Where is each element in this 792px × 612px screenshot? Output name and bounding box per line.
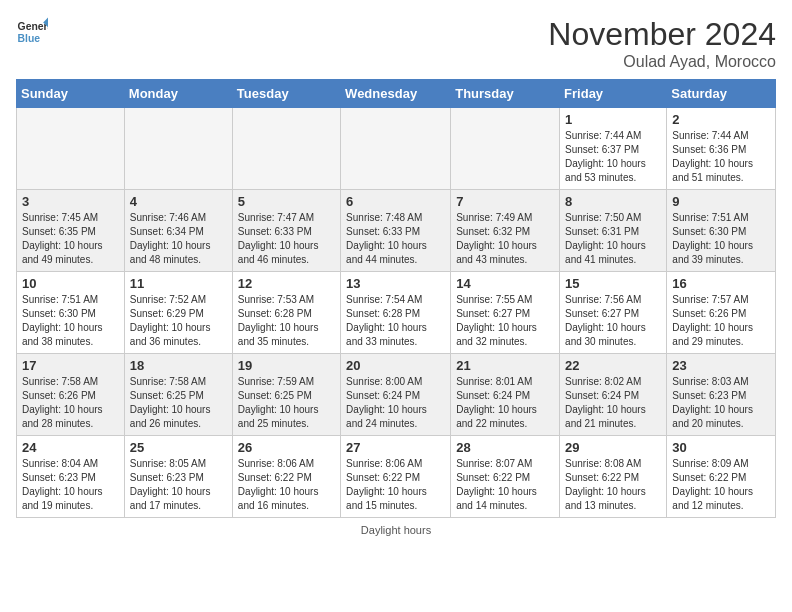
day-info: Sunrise: 8:04 AM Sunset: 6:23 PM Dayligh… <box>22 457 119 513</box>
calendar-cell <box>232 108 340 190</box>
calendar-cell <box>451 108 560 190</box>
day-info: Sunrise: 8:06 AM Sunset: 6:22 PM Dayligh… <box>238 457 335 513</box>
day-info: Sunrise: 8:01 AM Sunset: 6:24 PM Dayligh… <box>456 375 554 431</box>
day-info: Sunrise: 8:07 AM Sunset: 6:22 PM Dayligh… <box>456 457 554 513</box>
day-info: Sunrise: 7:53 AM Sunset: 6:28 PM Dayligh… <box>238 293 335 349</box>
calendar-cell: 24Sunrise: 8:04 AM Sunset: 6:23 PM Dayli… <box>17 436 125 518</box>
calendar-cell: 13Sunrise: 7:54 AM Sunset: 6:28 PM Dayli… <box>341 272 451 354</box>
calendar-cell: 12Sunrise: 7:53 AM Sunset: 6:28 PM Dayli… <box>232 272 340 354</box>
day-info: Sunrise: 8:05 AM Sunset: 6:23 PM Dayligh… <box>130 457 227 513</box>
logo-icon: General Blue <box>16 16 48 48</box>
weekday-header-row: SundayMondayTuesdayWednesdayThursdayFrid… <box>17 80 776 108</box>
calendar-cell <box>17 108 125 190</box>
location-title: Oulad Ayad, Morocco <box>548 53 776 71</box>
day-info: Sunrise: 7:54 AM Sunset: 6:28 PM Dayligh… <box>346 293 445 349</box>
day-number: 4 <box>130 194 227 209</box>
calendar-table: SundayMondayTuesdayWednesdayThursdayFrid… <box>16 79 776 518</box>
day-info: Sunrise: 7:51 AM Sunset: 6:30 PM Dayligh… <box>672 211 770 267</box>
calendar-cell: 9Sunrise: 7:51 AM Sunset: 6:30 PM Daylig… <box>667 190 776 272</box>
day-number: 20 <box>346 358 445 373</box>
day-number: 14 <box>456 276 554 291</box>
title-block: November 2024 Oulad Ayad, Morocco <box>548 16 776 71</box>
calendar-cell <box>124 108 232 190</box>
day-number: 23 <box>672 358 770 373</box>
calendar-cell <box>341 108 451 190</box>
day-number: 13 <box>346 276 445 291</box>
day-number: 15 <box>565 276 661 291</box>
calendar-cell: 10Sunrise: 7:51 AM Sunset: 6:30 PM Dayli… <box>17 272 125 354</box>
calendar-cell: 26Sunrise: 8:06 AM Sunset: 6:22 PM Dayli… <box>232 436 340 518</box>
weekday-header-friday: Friday <box>560 80 667 108</box>
day-number: 11 <box>130 276 227 291</box>
weekday-header-sunday: Sunday <box>17 80 125 108</box>
day-number: 3 <box>22 194 119 209</box>
footer-note: Daylight hours <box>16 524 776 536</box>
day-info: Sunrise: 8:09 AM Sunset: 6:22 PM Dayligh… <box>672 457 770 513</box>
calendar-cell: 30Sunrise: 8:09 AM Sunset: 6:22 PM Dayli… <box>667 436 776 518</box>
day-number: 8 <box>565 194 661 209</box>
calendar-cell: 11Sunrise: 7:52 AM Sunset: 6:29 PM Dayli… <box>124 272 232 354</box>
calendar-cell: 8Sunrise: 7:50 AM Sunset: 6:31 PM Daylig… <box>560 190 667 272</box>
calendar-cell: 22Sunrise: 8:02 AM Sunset: 6:24 PM Dayli… <box>560 354 667 436</box>
day-number: 6 <box>346 194 445 209</box>
day-number: 16 <box>672 276 770 291</box>
day-number: 24 <box>22 440 119 455</box>
day-info: Sunrise: 8:03 AM Sunset: 6:23 PM Dayligh… <box>672 375 770 431</box>
svg-text:General: General <box>18 21 48 32</box>
day-info: Sunrise: 7:52 AM Sunset: 6:29 PM Dayligh… <box>130 293 227 349</box>
day-info: Sunrise: 7:45 AM Sunset: 6:35 PM Dayligh… <box>22 211 119 267</box>
day-info: Sunrise: 7:58 AM Sunset: 6:26 PM Dayligh… <box>22 375 119 431</box>
day-info: Sunrise: 7:44 AM Sunset: 6:36 PM Dayligh… <box>672 129 770 185</box>
weekday-header-tuesday: Tuesday <box>232 80 340 108</box>
day-number: 2 <box>672 112 770 127</box>
day-info: Sunrise: 7:47 AM Sunset: 6:33 PM Dayligh… <box>238 211 335 267</box>
calendar-cell: 1Sunrise: 7:44 AM Sunset: 6:37 PM Daylig… <box>560 108 667 190</box>
month-title: November 2024 <box>548 16 776 53</box>
day-info: Sunrise: 8:08 AM Sunset: 6:22 PM Dayligh… <box>565 457 661 513</box>
day-info: Sunrise: 7:44 AM Sunset: 6:37 PM Dayligh… <box>565 129 661 185</box>
calendar-cell: 3Sunrise: 7:45 AM Sunset: 6:35 PM Daylig… <box>17 190 125 272</box>
week-row-5: 24Sunrise: 8:04 AM Sunset: 6:23 PM Dayli… <box>17 436 776 518</box>
week-row-4: 17Sunrise: 7:58 AM Sunset: 6:26 PM Dayli… <box>17 354 776 436</box>
day-number: 19 <box>238 358 335 373</box>
day-number: 22 <box>565 358 661 373</box>
day-info: Sunrise: 8:06 AM Sunset: 6:22 PM Dayligh… <box>346 457 445 513</box>
day-info: Sunrise: 7:48 AM Sunset: 6:33 PM Dayligh… <box>346 211 445 267</box>
day-number: 17 <box>22 358 119 373</box>
weekday-header-thursday: Thursday <box>451 80 560 108</box>
day-info: Sunrise: 7:59 AM Sunset: 6:25 PM Dayligh… <box>238 375 335 431</box>
calendar-cell: 21Sunrise: 8:01 AM Sunset: 6:24 PM Dayli… <box>451 354 560 436</box>
calendar-cell: 15Sunrise: 7:56 AM Sunset: 6:27 PM Dayli… <box>560 272 667 354</box>
calendar-cell: 18Sunrise: 7:58 AM Sunset: 6:25 PM Dayli… <box>124 354 232 436</box>
week-row-2: 3Sunrise: 7:45 AM Sunset: 6:35 PM Daylig… <box>17 190 776 272</box>
calendar-cell: 16Sunrise: 7:57 AM Sunset: 6:26 PM Dayli… <box>667 272 776 354</box>
calendar-cell: 5Sunrise: 7:47 AM Sunset: 6:33 PM Daylig… <box>232 190 340 272</box>
day-number: 26 <box>238 440 335 455</box>
calendar-cell: 25Sunrise: 8:05 AM Sunset: 6:23 PM Dayli… <box>124 436 232 518</box>
calendar-cell: 20Sunrise: 8:00 AM Sunset: 6:24 PM Dayli… <box>341 354 451 436</box>
day-info: Sunrise: 7:50 AM Sunset: 6:31 PM Dayligh… <box>565 211 661 267</box>
day-info: Sunrise: 8:02 AM Sunset: 6:24 PM Dayligh… <box>565 375 661 431</box>
day-info: Sunrise: 7:57 AM Sunset: 6:26 PM Dayligh… <box>672 293 770 349</box>
calendar-cell: 19Sunrise: 7:59 AM Sunset: 6:25 PM Dayli… <box>232 354 340 436</box>
day-number: 12 <box>238 276 335 291</box>
day-info: Sunrise: 7:55 AM Sunset: 6:27 PM Dayligh… <box>456 293 554 349</box>
calendar-cell: 29Sunrise: 8:08 AM Sunset: 6:22 PM Dayli… <box>560 436 667 518</box>
day-number: 28 <box>456 440 554 455</box>
day-number: 21 <box>456 358 554 373</box>
day-number: 30 <box>672 440 770 455</box>
day-number: 29 <box>565 440 661 455</box>
day-number: 10 <box>22 276 119 291</box>
day-info: Sunrise: 7:49 AM Sunset: 6:32 PM Dayligh… <box>456 211 554 267</box>
weekday-header-saturday: Saturday <box>667 80 776 108</box>
page-header: General Blue November 2024 Oulad Ayad, M… <box>16 16 776 71</box>
day-number: 7 <box>456 194 554 209</box>
day-info: Sunrise: 7:58 AM Sunset: 6:25 PM Dayligh… <box>130 375 227 431</box>
day-number: 5 <box>238 194 335 209</box>
day-number: 1 <box>565 112 661 127</box>
calendar-cell: 17Sunrise: 7:58 AM Sunset: 6:26 PM Dayli… <box>17 354 125 436</box>
calendar-cell: 27Sunrise: 8:06 AM Sunset: 6:22 PM Dayli… <box>341 436 451 518</box>
calendar-cell: 4Sunrise: 7:46 AM Sunset: 6:34 PM Daylig… <box>124 190 232 272</box>
calendar-cell: 28Sunrise: 8:07 AM Sunset: 6:22 PM Dayli… <box>451 436 560 518</box>
day-number: 27 <box>346 440 445 455</box>
